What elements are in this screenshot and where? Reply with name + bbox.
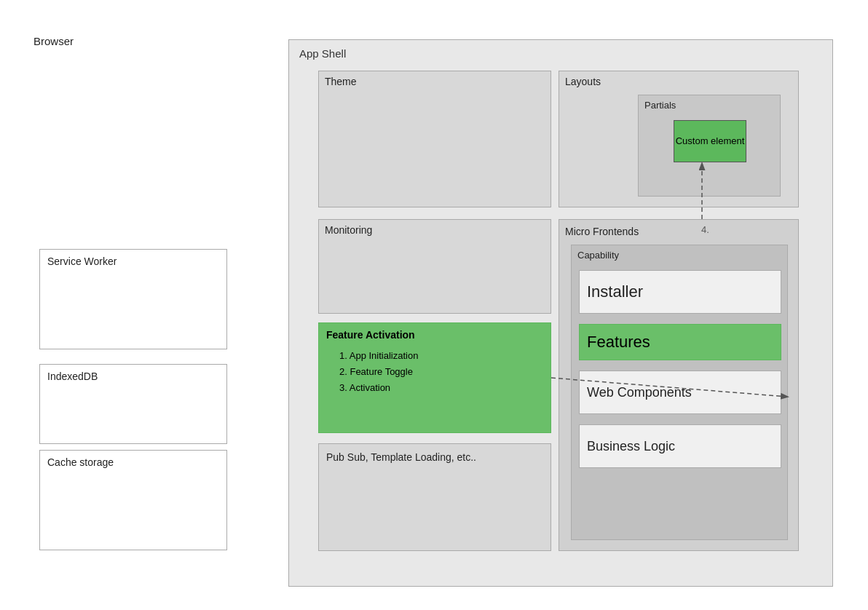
capability-label: Capability	[577, 250, 619, 261]
browser-label: Browser	[33, 35, 74, 47]
micro-frontends-box: Micro Frontends 4. Capability Installer …	[559, 219, 799, 551]
main-diagram-area: App Shell Theme Layouts Partials Custom …	[288, 39, 833, 587]
custom-element-box: Custom element	[674, 120, 746, 162]
partials-box: Partials Custom element	[638, 95, 781, 197]
installer-box: Installer	[579, 270, 781, 314]
indexeddb-box: IndexedDB	[39, 364, 227, 444]
theme-box: Theme	[318, 71, 551, 207]
installer-label: Installer	[587, 282, 643, 301]
cache-storage-box: Cache storage	[39, 450, 227, 550]
number-4-label: 4.	[701, 224, 709, 235]
layouts-label: Layouts	[565, 76, 601, 87]
pubsub-label: Pub Sub, Template Loading, etc..	[326, 450, 476, 465]
indexeddb-label: IndexedDB	[40, 365, 226, 388]
monitoring-box: Monitoring	[318, 219, 551, 314]
feature-activation-label: Feature Activation	[326, 329, 415, 341]
business-logic-box: Business Logic	[579, 424, 781, 468]
feature-activation-list: 1. App Initialization 2. Feature Toggle …	[339, 348, 418, 396]
feature-list-item-3: 3. Activation	[339, 380, 418, 396]
web-components-label: Web Components	[587, 385, 692, 400]
partials-label: Partials	[644, 100, 676, 111]
business-logic-label: Business Logic	[587, 439, 675, 454]
features-label: Features	[587, 333, 650, 352]
feature-list-item-2: 2. Feature Toggle	[339, 364, 418, 380]
theme-label: Theme	[325, 76, 357, 87]
features-box: Features	[579, 324, 781, 360]
feature-list-item-1: 1. App Initialization	[339, 348, 418, 364]
pubsub-box: Pub Sub, Template Loading, etc..	[318, 443, 551, 551]
web-components-box: Web Components	[579, 371, 781, 414]
layouts-box: Layouts Partials Custom element	[559, 71, 799, 207]
app-shell-label: App Shell	[299, 47, 346, 60]
custom-element-label: Custom element	[676, 135, 745, 148]
feature-activation-box: Feature Activation 1. App Initialization…	[318, 322, 551, 433]
capability-box: Capability Installer Features Web Compon…	[571, 245, 788, 540]
service-worker-box: Service Worker	[39, 249, 227, 349]
service-worker-label: Service Worker	[40, 250, 226, 273]
micro-frontends-label: Micro Frontends	[565, 226, 639, 237]
cache-storage-label: Cache storage	[40, 451, 226, 474]
monitoring-label: Monitoring	[325, 224, 372, 236]
